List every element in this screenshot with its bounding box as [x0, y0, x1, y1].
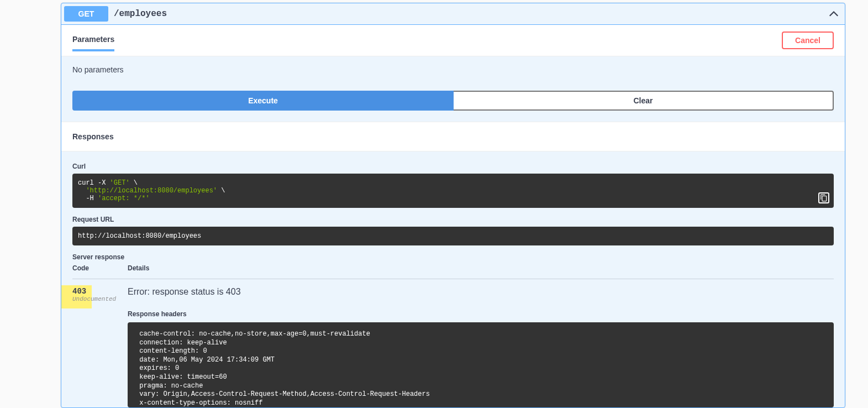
error-message: Error: response status is 403 [128, 287, 834, 297]
operation-summary[interactable]: GET /employees [61, 3, 845, 24]
curl-label: Curl [72, 163, 834, 170]
undocumented-label: Undocumented [72, 296, 128, 302]
chevron-up-icon[interactable] [828, 8, 839, 19]
copy-icon[interactable] [818, 192, 829, 203]
server-response-label: Server response [72, 253, 834, 261]
status-code: 403 [72, 287, 128, 296]
response-row: 403 Undocumented Error: response status … [72, 279, 834, 407]
api-operation-block: GET /employees Parameters Cancel No para… [61, 3, 845, 408]
response-headers-box: cache-control: no-cache,no-store,max-age… [128, 322, 834, 407]
column-code: Code [72, 264, 128, 272]
operation-body: Parameters Cancel No parameters Execute … [61, 24, 845, 407]
request-url-label: Request URL [72, 216, 834, 223]
cancel-button[interactable]: Cancel [782, 32, 834, 49]
curl-command-box: curl -X 'GET' \ 'http://localhost:8080/e… [72, 174, 834, 208]
tab-parameters[interactable]: Parameters [72, 29, 114, 51]
execute-button[interactable]: Execute [72, 91, 454, 111]
http-method-badge: GET [64, 6, 108, 22]
response-headers-label: Response headers [128, 310, 834, 318]
column-details: Details [128, 264, 834, 272]
request-url-box: http://localhost:8080/employees [72, 227, 834, 245]
endpoint-path: /employees [114, 9, 842, 19]
clear-button[interactable]: Clear [454, 91, 834, 111]
responses-heading: Responses [61, 122, 845, 151]
no-parameters-text: No parameters [72, 65, 834, 74]
response-table-header: Code Details [72, 264, 834, 279]
